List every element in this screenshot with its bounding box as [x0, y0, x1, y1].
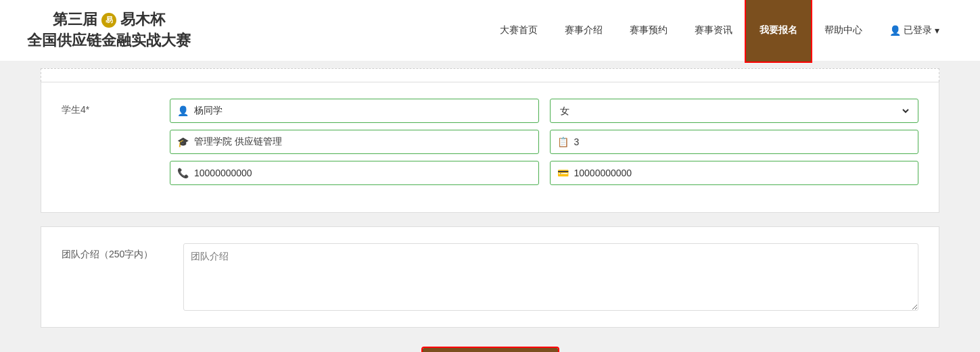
header: 第三届 易 易木杯 全国供应链金融实战大赛 大赛首页 赛事介绍 赛事预约 赛事资…	[0, 0, 980, 61]
grade-input-wrapper: 📋	[550, 130, 919, 154]
logo-text1: 第三届	[53, 9, 97, 30]
nav-item-reserve[interactable]: 赛事预约	[616, 0, 681, 61]
gender-select[interactable]: 女 男	[557, 105, 912, 117]
person-icon: 👤	[889, 25, 901, 36]
nav-item-register[interactable]: 我要报名	[746, 0, 811, 61]
student-id-input[interactable]	[574, 168, 912, 178]
major-input-wrapper: 🎓	[170, 130, 539, 154]
field-row-phone-id: 📞 💳	[170, 161, 918, 185]
save-area: 保存基本报名资料	[41, 341, 939, 352]
grade-field-icon: 📋	[557, 136, 569, 147]
logo-line2: 全国供应链金融实战大赛	[27, 30, 191, 51]
logo-text2: 易木杯	[120, 9, 165, 30]
logo-line1: 第三届 易 易木杯	[53, 9, 165, 30]
name-input-wrapper: 👤	[170, 99, 539, 123]
student4-form-row: 学生4* 👤 女 男	[62, 99, 918, 185]
id-input-wrapper: 💳	[550, 161, 919, 185]
student-name-input[interactable]	[194, 105, 532, 116]
phone-input[interactable]	[194, 168, 532, 178]
major-input[interactable]	[194, 136, 532, 147]
logo: 第三届 易 易木杯 全国供应链金融实战大赛	[27, 9, 191, 51]
student4-label: 学生4*	[62, 99, 170, 116]
dropdown-arrow-icon: ▾	[935, 25, 939, 36]
logo-coin: 易	[101, 13, 116, 28]
form-fields: 👤 女 男 🎓	[170, 99, 918, 185]
nav-item-news[interactable]: 赛事资讯	[681, 0, 746, 61]
grade-input[interactable]	[574, 136, 912, 147]
nav-item-login[interactable]: 👤 已登录 ▾	[876, 0, 953, 61]
top-strip	[41, 68, 939, 82]
nav-item-home[interactable]: 大赛首页	[486, 0, 551, 61]
person-field-icon: 👤	[177, 105, 189, 116]
student4-form-section: 学生4* 👤 女 男	[41, 82, 939, 213]
save-button[interactable]: 保存基本报名资料	[423, 348, 558, 352]
team-intro-label: 团队介绍（250字内）	[62, 243, 170, 261]
login-label: 已登录	[904, 24, 932, 36]
team-intro-textarea[interactable]	[183, 243, 918, 311]
nav-item-intro[interactable]: 赛事介绍	[551, 0, 616, 61]
phone-field-icon: 📞	[177, 168, 189, 178]
gender-input-wrapper: 女 男	[550, 99, 919, 123]
field-row-name-gender: 👤 女 男	[170, 99, 918, 123]
nav-item-help[interactable]: 帮助中心	[811, 0, 876, 61]
page-wrapper: 学生4* 👤 女 男	[0, 61, 980, 352]
id-field-icon: 💳	[557, 168, 569, 178]
field-row-major-grade: 🎓 📋	[170, 130, 918, 154]
team-intro-section: 团队介绍（250字内）	[41, 226, 939, 328]
main-nav: 大赛首页 赛事介绍 赛事预约 赛事资讯 我要报名 帮助中心 👤 已登录 ▾	[486, 0, 953, 61]
phone-input-wrapper: 📞	[170, 161, 539, 185]
team-intro-row: 团队介绍（250字内）	[62, 243, 918, 311]
school-field-icon: 🎓	[177, 136, 189, 147]
